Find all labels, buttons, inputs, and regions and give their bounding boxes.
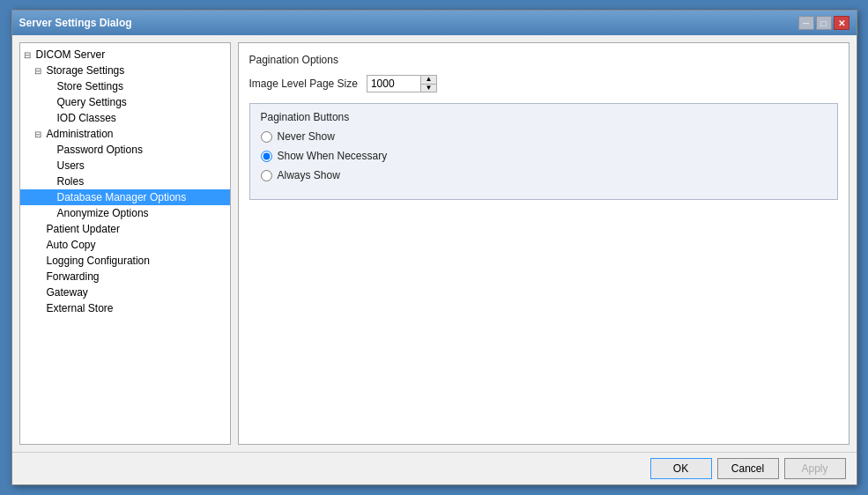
tree-label-auto-copy: Auto Copy [47, 239, 96, 251]
image-level-page-size-input[interactable] [367, 76, 420, 92]
tree-item-dicom-server[interactable]: ⊟DICOM Server [20, 47, 230, 63]
tree-label-external-store: External Store [47, 302, 114, 314]
tree-label-iod-classes: IOD Classes [57, 112, 116, 124]
tree-item-gateway[interactable]: Gateway [20, 284, 230, 300]
always-show-radio[interactable] [261, 170, 272, 181]
title-bar: Server Settings Dialog ─ □ ✕ [12, 11, 857, 35]
dialog-body: ⊟DICOM Server⊟Storage SettingsStore Sett… [12, 35, 857, 452]
tree-label-query-settings: Query Settings [57, 96, 127, 108]
tree-item-roles[interactable]: Roles [20, 174, 230, 189]
apply-button[interactable]: Apply [784, 458, 846, 479]
image-level-page-size-row: Image Level Page Size ▲ ▼ [249, 75, 838, 92]
cancel-button[interactable]: Cancel [717, 458, 779, 479]
spinbox-buttons: ▲ ▼ [420, 76, 436, 92]
tree-item-password-options[interactable]: Password Options [20, 142, 230, 158]
tree-item-forwarding[interactable]: Forwarding [20, 269, 230, 284]
tree-item-anonymize-options[interactable]: Anonymize Options [20, 205, 230, 221]
tree-item-iod-classes[interactable]: IOD Classes [20, 110, 230, 126]
tree-label-dicom-server: DICOM Server [36, 48, 106, 61]
tree-item-database-manager-options[interactable]: Database Manager Options [20, 189, 230, 205]
ok-button[interactable]: OK [650, 458, 712, 479]
tree-label-anonymize-options: Anonymize Options [57, 207, 149, 219]
tree-item-auto-copy[interactable]: Auto Copy [20, 237, 230, 253]
show-when-necessary-radio[interactable] [261, 151, 272, 162]
never-show-label[interactable]: Never Show [278, 130, 335, 143]
image-level-page-size-label: Image Level Page Size [249, 78, 358, 90]
pagination-buttons-group: Pagination Buttons Never Show Show When … [249, 103, 838, 200]
tree-item-store-settings[interactable]: Store Settings [20, 78, 230, 94]
pagination-options-title: Pagination Options [249, 54, 838, 66]
tree-item-logging-configuration[interactable]: Logging Configuration [20, 253, 230, 269]
tree-label-gateway: Gateway [47, 286, 88, 299]
tree-label-roles: Roles [57, 175, 85, 188]
tree-item-patient-updater[interactable]: Patient Updater [20, 221, 230, 237]
tree-label-password-options: Password Options [57, 144, 143, 156]
tree-label-store-settings: Store Settings [57, 80, 123, 92]
content-panel: Pagination Options Image Level Page Size… [238, 42, 849, 445]
tree-item-storage-settings[interactable]: ⊟Storage Settings [20, 63, 230, 78]
tree-item-external-store[interactable]: External Store [20, 300, 230, 316]
pagination-buttons-title: Pagination Buttons [261, 111, 827, 123]
tree-panel: ⊟DICOM Server⊟Storage SettingsStore Sett… [19, 42, 231, 445]
tree-item-users[interactable]: Users [20, 158, 230, 174]
tree-label-administration: Administration [47, 128, 114, 140]
spinbox-down-button[interactable]: ▼ [421, 85, 436, 92]
title-bar-controls: ─ □ ✕ [798, 16, 849, 30]
dialog-title: Server Settings Dialog [19, 17, 132, 29]
maximize-button[interactable]: □ [816, 16, 832, 30]
tree-label-database-manager-options: Database Manager Options [57, 191, 187, 203]
tree-label-logging-configuration: Logging Configuration [47, 255, 150, 267]
tree-item-administration[interactable]: ⊟Administration [20, 126, 230, 142]
expand-icon-storage-settings: ⊟ [34, 66, 47, 76]
tree-item-query-settings[interactable]: Query Settings [20, 94, 230, 110]
show-when-necessary-label[interactable]: Show When Necessary [278, 150, 388, 162]
always-show-row: Always Show [261, 169, 827, 181]
minimize-button[interactable]: ─ [798, 16, 814, 30]
always-show-label[interactable]: Always Show [278, 169, 340, 181]
server-settings-dialog: Server Settings Dialog ─ □ ✕ ⊟DICOM Serv… [11, 10, 857, 485]
never-show-row: Never Show [261, 130, 827, 143]
close-button[interactable]: ✕ [834, 16, 849, 30]
dialog-footer: OK Cancel Apply [12, 452, 857, 484]
show-when-necessary-row: Show When Necessary [261, 150, 827, 162]
expand-icon-administration: ⊟ [34, 129, 47, 139]
tree-label-storage-settings: Storage Settings [47, 64, 125, 77]
image-level-page-size-spinbox[interactable]: ▲ ▼ [367, 75, 437, 92]
tree-label-forwarding: Forwarding [47, 270, 100, 283]
never-show-radio[interactable] [261, 131, 272, 143]
tree-label-users: Users [57, 159, 85, 172]
expand-icon-dicom-server: ⊟ [24, 50, 36, 60]
tree-label-patient-updater: Patient Updater [47, 223, 120, 235]
